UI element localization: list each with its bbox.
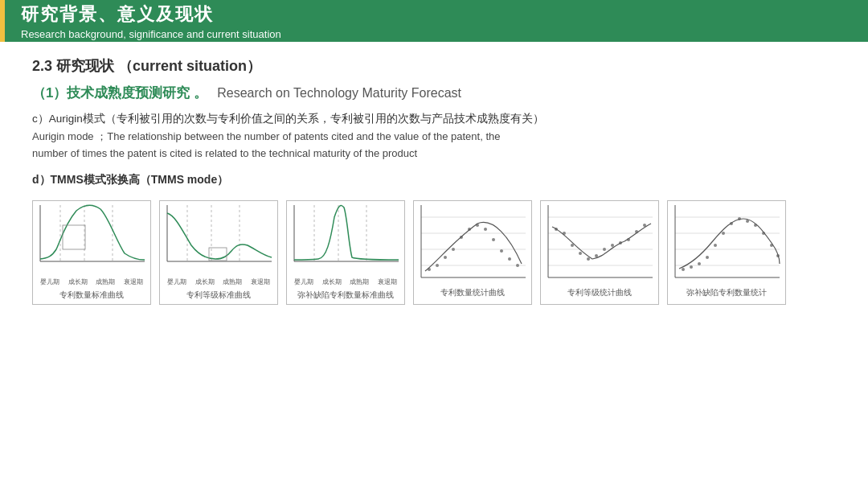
chart5: 专利等级统计曲线 [540, 200, 659, 305]
chart4-svg [413, 201, 532, 290]
item-c: c）Aurigin模式（专利被引用的次数与专利价值之间的关系，专利被引用的次数与… [32, 110, 836, 162]
chart1-caption: 专利数量标准曲线 [56, 288, 127, 303]
chart1-sublabels: 婴儿期 成长期 成熟期 衰退期 [33, 277, 150, 287]
chart3: 婴儿期 成长期 成熟期 衰退期 弥补缺陷专利数量标准曲线 [286, 200, 405, 305]
chart3-sublabels: 婴儿期 成长期 成熟期 衰退期 [287, 277, 404, 287]
header-title-zh: 研究背景、意义及现状 [21, 2, 281, 27]
item1-heading: （1）技术成熟度预测研究 。 Research on Technology Ma… [32, 84, 836, 102]
svg-point-33 [508, 257, 511, 261]
svg-point-59 [682, 268, 685, 271]
svg-point-61 [698, 262, 701, 265]
chart2-svg [159, 201, 278, 277]
header-bar: 研究背景、意义及现状 Research background, signific… [0, 0, 868, 42]
chart4: 专利数量统计曲线 [413, 200, 532, 305]
chart2-caption: 专利等级标准曲线 [183, 288, 254, 303]
svg-point-34 [516, 264, 519, 267]
header-title-en: Research background, significance and cu… [21, 28, 281, 40]
item-c-en2: number of times the patent is cited is r… [32, 146, 836, 162]
svg-point-32 [500, 249, 503, 253]
svg-point-24 [436, 264, 439, 267]
chart2-sublabels: 婴儿期 成长期 成熟期 衰退期 [160, 277, 277, 287]
svg-point-47 [603, 248, 606, 251]
svg-point-63 [714, 244, 717, 247]
chart1-svg [32, 201, 151, 277]
item1-label-zh: （1）技术成熟度预测研究 。 [32, 84, 207, 102]
item-d: d）TMMS模式张换高（TMMS mode） [32, 171, 836, 190]
svg-point-31 [492, 238, 495, 241]
item-c-en1: Aurigin mode ；The relationship between t… [32, 129, 836, 146]
svg-rect-5 [63, 225, 85, 249]
chart5-svg [540, 201, 659, 290]
chart6-caption: 弥补缺陷专利数量统计 [683, 286, 770, 301]
svg-point-45 [587, 257, 590, 261]
chart5-caption: 专利等级统计曲线 [564, 286, 635, 301]
charts-row: 婴儿期 成长期 成熟期 衰退期 专利数量标准曲线 婴儿期 成长期 [32, 200, 836, 305]
chart6: 弥补缺陷专利数量统计 [667, 200, 786, 305]
svg-point-64 [722, 232, 725, 235]
section-heading: 2.3 研究现状 （current situation） [32, 56, 836, 76]
chart4-caption: 专利数量统计曲线 [437, 286, 508, 301]
svg-point-60 [690, 265, 693, 269]
header-text: 研究背景、意义及现状 Research background, signific… [21, 2, 281, 40]
item1-label-en: Research on Technology Maturity Forecast [217, 86, 461, 101]
chart2: 婴儿期 成长期 成熟期 衰退期 专利等级标准曲线 [159, 200, 278, 305]
item-d-label: d）TMMS模式张换高（TMMS mode） [32, 171, 836, 190]
svg-point-26 [452, 248, 455, 251]
svg-point-48 [611, 244, 614, 247]
section-label: 2.3 研究现状 （current situation） [32, 58, 261, 74]
chart1: 婴儿期 成长期 成熟期 衰退期 专利数量标准曲线 [32, 200, 151, 305]
left-accent-bar [0, 0, 5, 42]
chart6-svg [667, 201, 786, 290]
item-c-zh: c）Aurigin模式（专利被引用的次数与专利价值之间的关系，专利被引用的次数与… [32, 110, 836, 129]
svg-point-46 [595, 254, 598, 257]
chart3-caption: 弥补缺陷专利数量标准曲线 [294, 288, 397, 303]
svg-point-62 [706, 256, 709, 259]
main-content: 2.3 研究现状 （current situation） （1）技术成熟度预测研… [0, 42, 868, 313]
chart3-svg [286, 201, 405, 277]
svg-point-44 [579, 252, 582, 255]
svg-point-25 [444, 256, 447, 259]
svg-point-30 [484, 228, 487, 231]
